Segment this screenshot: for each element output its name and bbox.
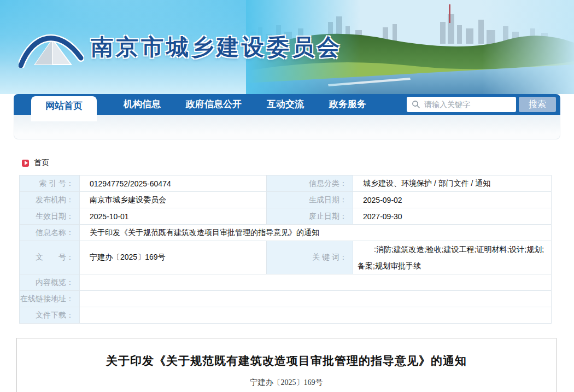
search-input[interactable] [407, 97, 516, 112]
file-download-value [80, 307, 552, 324]
doc-number-label: 文 号： [20, 241, 80, 274]
search-field [407, 97, 516, 112]
expiry-date-value: 2027-09-30 [353, 208, 552, 225]
table-row: 在线链接地址： [20, 291, 552, 307]
info-name-value: 关于印发《关于规范既有建筑改造项目审批管理的指导意见》的通知 [80, 225, 552, 241]
created-date-label: 生成日期： [267, 192, 353, 208]
table-row: 信息名称： 关于印发《关于规范既有建筑改造项目审批管理的指导意见》的通知 [20, 225, 552, 241]
breadcrumb-play-icon [22, 160, 29, 167]
tab-gov-services[interactable]: 政务服务 [317, 94, 379, 115]
keywords-value: :消防;建筑改造;验收;建设工程;证明材料;设计;规划;备案;规划审批手续 [353, 241, 552, 274]
index-number-label: 索 引 号： [20, 175, 80, 192]
article-title: 关于印发《关于规范既有建筑改造项目审批管理的指导意见》的通知 [17, 353, 556, 368]
tab-home[interactable]: 网站首页 [31, 96, 97, 121]
expiry-date-label: 废止日期： [267, 208, 353, 225]
page: 南京市城乡建设委员会 网站首页 机构信息 政府信息公开 互动交流 政务服务 搜索… [0, 0, 574, 392]
info-category-value: 城乡建设、环境保护 / 部门文件 / 通知 [353, 175, 552, 192]
site-title: 南京市城乡建设委员会 [91, 32, 342, 62]
publisher-label: 发布机构： [20, 192, 80, 208]
table-row: 生效日期： 2025-10-01 废止日期： 2027-09-30 [20, 208, 552, 225]
article-panel: 关于印发《关于规范既有建筑改造项目审批管理的指导意见》的通知 宁建办〔2025〕… [16, 338, 557, 392]
tab-gov-info-disclosure[interactable]: 政府信息公开 [173, 94, 254, 115]
publisher-value: 南京市城乡建设委员会 [80, 192, 267, 208]
created-date-value: 2025-09-02 [353, 192, 552, 208]
main-nav: 网站首页 机构信息 政府信息公开 互动交流 政务服务 搜索 [14, 94, 560, 115]
nav-tab-row: 机构信息 政府信息公开 互动交流 政务服务 [111, 94, 379, 115]
article-doc-number: 宁建办〔2025〕169号 [17, 378, 556, 388]
file-download-label: 文件下载： [20, 307, 80, 324]
doc-number-value: 宁建办〔2025〕169号 [80, 241, 267, 274]
table-row: 索 引 号： 012947752/2025-60474 信息分类： 城乡建设、环… [20, 175, 552, 192]
site-logo-icon [19, 26, 84, 68]
keywords-label: 关 键 词： [267, 241, 353, 274]
table-row: 文件下载： [20, 307, 552, 324]
tab-interaction[interactable]: 互动交流 [254, 94, 317, 115]
effective-date-value: 2025-10-01 [80, 208, 267, 225]
site-banner: 南京市城乡建设委员会 [0, 0, 574, 94]
document-meta-table: 索 引 号： 012947752/2025-60474 信息分类： 城乡建设、环… [19, 175, 552, 324]
search-button[interactable]: 搜索 [519, 97, 556, 112]
table-row: 发布机构： 南京市城乡建设委员会 生成日期： 2025-09-02 [20, 192, 552, 208]
search-box: 搜索 [407, 97, 556, 112]
index-number-value: 012947752/2025-60474 [80, 175, 267, 192]
effective-date-label: 生效日期： [20, 208, 80, 225]
online-link-value [80, 291, 552, 307]
breadcrumb: 首页 [22, 158, 49, 168]
tab-org-info[interactable]: 机构信息 [111, 94, 173, 115]
online-link-label: 在线链接地址： [20, 291, 80, 307]
search-icon [412, 100, 420, 109]
brand: 南京市城乡建设委员会 [19, 26, 342, 68]
summary-value [80, 274, 552, 291]
info-category-label: 信息分类： [267, 175, 353, 192]
table-row: 内容概览： [20, 274, 552, 291]
summary-label: 内容概览： [20, 274, 80, 291]
info-name-label: 信息名称： [20, 225, 80, 241]
table-row: 文 号： 宁建办〔2025〕169号 关 键 词： :消防;建筑改造;验收;建设… [20, 241, 552, 274]
breadcrumb-home-link[interactable]: 首页 [34, 158, 49, 168]
